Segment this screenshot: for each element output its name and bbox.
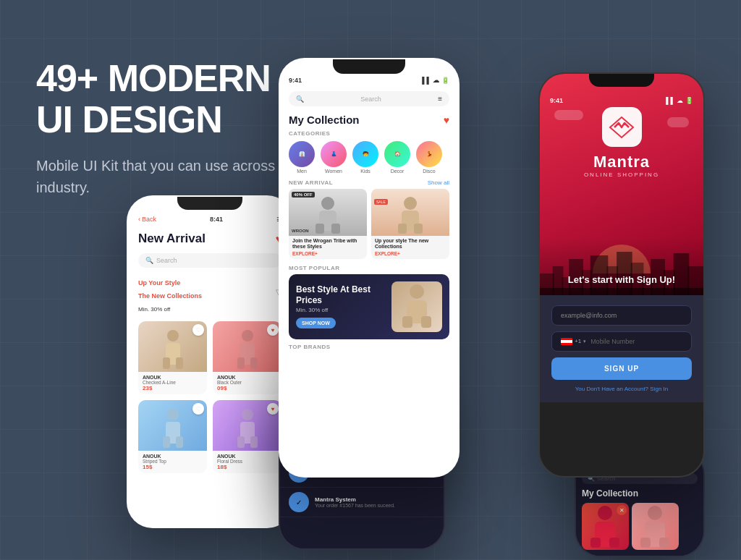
- notification-3[interactable]: ✓ Mantra System Your order #1567 has bee…: [280, 488, 444, 517]
- product-brand-2: ANOUK: [217, 375, 277, 380]
- arrival-cards: 40% OFF WROON Join the Wrogan Tribe with…: [280, 187, 458, 262]
- arrival-image-2: SALE: [371, 189, 449, 236]
- collection-img-2[interactable]: [632, 503, 679, 550]
- notification-text-3: Mantra System Your order #1567 has been …: [315, 496, 435, 508]
- signin-link[interactable]: Sign In: [650, 386, 668, 392]
- svg-rect-3: [176, 357, 183, 369]
- status-icons-2: ▌▌ ☁ 🔋: [422, 77, 449, 84]
- menu-icon-2[interactable]: ≡: [438, 95, 442, 103]
- hero-subtitle: Mobile UI Kit that you can use across an…: [36, 155, 311, 198]
- promo-sub: Min. 30% off: [138, 306, 170, 313]
- svg-point-20: [404, 197, 417, 210]
- product-price-3: 15$: [143, 464, 203, 470]
- status-time-2: 9:41: [289, 77, 302, 84]
- phone-2-title-bar: My Collection ♥: [280, 111, 458, 127]
- search-bar[interactable]: 🔍 Search: [138, 253, 281, 268]
- search-icon: 🔍: [145, 257, 153, 264]
- status-time: 8:41: [210, 216, 223, 223]
- brand-name: Mantra: [593, 153, 650, 171]
- hero-section: 49+ MODERN UI DESIGN Mobile UI Kit that …: [36, 58, 311, 198]
- product-card-1[interactable]: ♡ ANOUK Checked A-Line 23$: [138, 321, 207, 394]
- cat-icon-kids: 🧒: [352, 141, 378, 167]
- cat-icon-decor: 🏠: [384, 141, 410, 167]
- svg-rect-10: [163, 436, 170, 448]
- phone-placeholder: Mobile Number: [590, 338, 635, 345]
- show-all-link[interactable]: Show all: [428, 179, 449, 186]
- hero-title: 49+ MODERN UI DESIGN: [36, 58, 311, 140]
- sale-badge: SALE: [374, 199, 388, 205]
- product-card-3[interactable]: ♡ ANOUK Striped Top 15$: [138, 400, 207, 473]
- phone-2-status: 9:41 ▌▌ ☁ 🔋: [280, 74, 458, 87]
- svg-point-4: [242, 330, 253, 341]
- svg-rect-11: [176, 436, 183, 448]
- popular-card[interactable]: Best Style At Best Prices Min. 30% off S…: [289, 274, 449, 339]
- popular-text: Best Style At Best Prices Min. 30% off S…: [296, 284, 386, 328]
- search-icon-2: 🔍: [296, 96, 304, 103]
- collection-title-5: My Collection: [576, 487, 703, 500]
- product-price-4: 18$: [217, 464, 277, 470]
- signup-button[interactable]: SIGN UP: [551, 357, 692, 380]
- phone-field[interactable]: +1 ▾ Mobile Number: [551, 331, 692, 352]
- svg-point-24: [410, 284, 424, 299]
- arrival-card-1[interactable]: 40% OFF WROON Join the Wrogan Tribe with…: [289, 189, 367, 259]
- svg-point-0: [167, 330, 179, 341]
- category-women[interactable]: 👗 Women: [321, 141, 347, 174]
- svg-rect-47: [609, 538, 619, 548]
- product-price-1: 23$: [143, 385, 203, 391]
- phone-my-collection: 9:41 ▌▌ ☁ 🔋 🔍 Search ≡ My Collection ♥ C…: [279, 58, 460, 478]
- product-name-3: Striped Top: [143, 459, 203, 464]
- cloud-1: [554, 110, 583, 120]
- category-kids[interactable]: 🧒 Kids: [352, 141, 378, 174]
- product-info-2: ANOUK Black Outer 09$: [213, 372, 281, 394]
- product-info-3: ANOUK Striped Top 15$: [138, 451, 207, 473]
- signup-form: example@info.com +1 ▾ Mobile Number SIGN…: [540, 295, 703, 402]
- explore-link-2[interactable]: EXPLORE+: [375, 251, 446, 256]
- category-disco[interactable]: 💃 Disco: [416, 141, 442, 174]
- product-card-4[interactable]: ♥ ANOUK Floral Dress 18$: [213, 400, 281, 473]
- svg-rect-6: [237, 357, 245, 369]
- svg-rect-50: [640, 538, 651, 548]
- svg-point-8: [167, 409, 179, 420]
- sun-orb: [593, 245, 651, 273]
- check-icon-2: ✓: [289, 492, 309, 512]
- favorite-icon-3[interactable]: ♡: [192, 403, 204, 415]
- svg-rect-18: [316, 224, 324, 234]
- heart-icon-2[interactable]: ♥: [444, 114, 449, 126]
- flag-icon: [561, 338, 572, 345]
- explore-link-1[interactable]: EXPLORE+: [292, 251, 363, 256]
- shop-now-button[interactable]: SHOP NOW: [296, 318, 336, 328]
- favorite-icon-2[interactable]: ♥: [267, 324, 279, 336]
- product-name-1: Checked A-Line: [143, 380, 203, 385]
- search-bar-2[interactable]: 🔍 Search ≡: [289, 91, 449, 106]
- phone-3-status: 9:41 ▌▌ ☁ 🔋: [540, 94, 703, 107]
- cat-label-kids: Kids: [360, 169, 370, 174]
- email-field[interactable]: example@info.com: [551, 305, 692, 326]
- cat-label-decor: Decor: [391, 169, 405, 174]
- notif-desc-3: Your order #1567 has been suceed.: [315, 503, 435, 508]
- collection-img-1[interactable]: ✕: [582, 503, 629, 550]
- page-title: New Arrival: [138, 232, 206, 246]
- notif-title-3: Mantra System: [315, 496, 435, 503]
- svg-rect-14: [237, 436, 245, 448]
- svg-rect-23: [414, 224, 423, 234]
- favorite-icon-1[interactable]: ♡: [192, 324, 204, 336]
- category-decor[interactable]: 🏠 Decor: [384, 141, 410, 174]
- svg-rect-30: [553, 266, 564, 295]
- collection-preview: ✕: [576, 500, 703, 553]
- brand-logo-1: WROON: [292, 229, 309, 233]
- phone-code: +1: [575, 338, 581, 344]
- close-icon[interactable]: ✕: [617, 505, 627, 515]
- phone-2-notch: [333, 59, 405, 74]
- most-popular-label: MOST POPULAR: [280, 262, 458, 273]
- phone-1-notch: [177, 197, 242, 210]
- product-card-2[interactable]: ♥ ANOUK Black Outer 09$: [213, 321, 281, 394]
- category-men[interactable]: 👔 Men: [289, 141, 315, 174]
- svg-rect-19: [331, 224, 340, 234]
- country-code[interactable]: +1 ▾: [561, 338, 586, 345]
- popular-image: [391, 281, 442, 332]
- back-button[interactable]: ‹ Back: [138, 216, 156, 223]
- arrival-card-2[interactable]: SALE Up your style The new Collections E…: [371, 189, 449, 259]
- cat-icon-men: 👔: [289, 141, 315, 167]
- promo-line2: The New Collections: [138, 292, 202, 300]
- favorite-icon-4[interactable]: ♥: [267, 403, 279, 415]
